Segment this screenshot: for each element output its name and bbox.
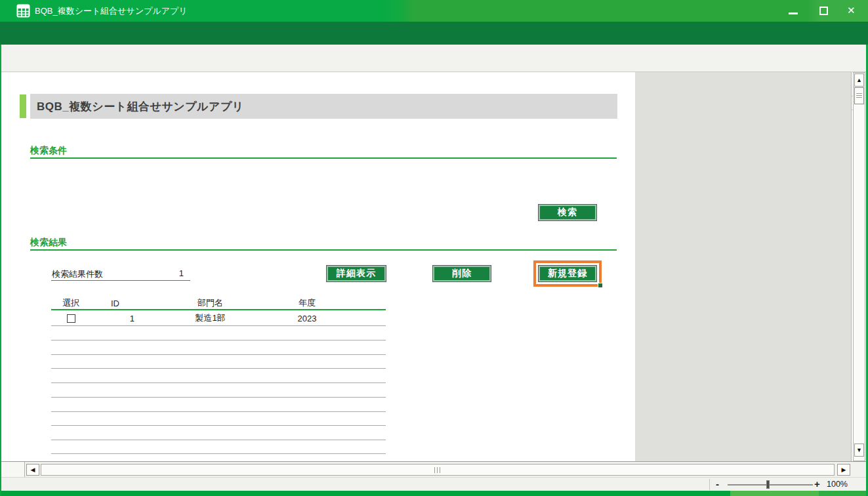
table-row: 1 製造1部 2023 bbox=[51, 312, 386, 325]
zoom-slider-track[interactable] bbox=[728, 484, 813, 486]
horizontal-scrollbar-thumb[interactable] bbox=[41, 464, 835, 476]
vertical-scrollbar-thumb[interactable] bbox=[854, 87, 864, 104]
scroll-up-icon[interactable]: ▲ bbox=[854, 73, 864, 87]
zoom-level: 100% bbox=[827, 480, 848, 489]
table-header-underline bbox=[51, 309, 386, 310]
toolbar: x bbox=[0, 22, 868, 45]
app-window: BQB_複数シート組合せサンプルアプリ ✕ x ▼ ✕ bbox=[0, 0, 868, 496]
window-title: BQB_複数シート組合せサンプルアプリ bbox=[35, 5, 188, 17]
column-header-department: 部門名 bbox=[140, 297, 281, 310]
delete-button[interactable]: 削除 bbox=[432, 265, 491, 282]
window-border-left bbox=[0, 45, 1, 496]
detail-view-button[interactable]: 詳細表示 bbox=[326, 265, 386, 282]
sheet-tab-panel bbox=[1, 462, 25, 477]
scroll-down-icon[interactable]: ▼ bbox=[854, 444, 864, 457]
zoom-in-button[interactable]: + bbox=[814, 478, 820, 489]
table-row-underline bbox=[51, 325, 386, 326]
result-count-underline bbox=[51, 280, 190, 281]
status-divider bbox=[709, 479, 710, 490]
zoom-out-button[interactable]: - bbox=[716, 478, 719, 489]
scroll-right-icon[interactable]: ▶ bbox=[837, 464, 850, 476]
thumb-grip bbox=[434, 467, 442, 473]
result-count-value: 1 bbox=[125, 268, 188, 278]
section-title-search-results: 検索結果 bbox=[30, 237, 67, 249]
empty-row-line bbox=[51, 425, 386, 426]
window-bottom-strip-mid bbox=[819, 491, 868, 496]
maximize-icon[interactable] bbox=[819, 7, 828, 15]
empty-row-line bbox=[51, 382, 386, 383]
scroll-left-icon[interactable]: ◀ bbox=[26, 464, 39, 476]
section-divider bbox=[30, 157, 617, 159]
spreadsheet-app-icon bbox=[16, 4, 30, 18]
section-divider bbox=[30, 249, 617, 251]
column-header-select: 選択 bbox=[51, 297, 91, 310]
window-bottom-strip-light bbox=[730, 491, 819, 496]
vertical-scrollbar[interactable]: ▲ ▼ bbox=[853, 72, 865, 461]
titlebar: BQB_複数シート組合せサンプルアプリ ✕ bbox=[0, 0, 868, 22]
cell-selection-frame: 新規登録 bbox=[533, 260, 602, 287]
empty-row-line bbox=[51, 397, 386, 398]
row-select-checkbox[interactable] bbox=[67, 314, 75, 323]
thumb-grip bbox=[856, 93, 862, 98]
minimize-icon[interactable] bbox=[789, 12, 798, 14]
column-header-blank bbox=[333, 297, 386, 310]
formula-bar: ▼ ✕ ✓ fx bbox=[0, 45, 868, 72]
cell-department: 製造1部 bbox=[140, 312, 281, 325]
fill-handle[interactable] bbox=[598, 283, 603, 288]
column-header-year: 年度 bbox=[281, 297, 333, 310]
section-title-search-conditions: 検索条件 bbox=[30, 145, 67, 157]
cell-id: 1 bbox=[91, 312, 140, 325]
search-button[interactable]: 検索 bbox=[538, 204, 597, 221]
empty-row-line bbox=[51, 440, 386, 440]
empty-row-line bbox=[51, 453, 386, 454]
outside-sheet-area bbox=[635, 72, 852, 461]
close-icon[interactable]: ✕ bbox=[847, 5, 856, 16]
column-header-id: ID bbox=[91, 297, 140, 310]
result-count-label: 検索結果件数 bbox=[52, 268, 103, 280]
page-title: BQB_複数シート組合せサンプルアプリ bbox=[30, 94, 617, 119]
horizontal-scrollbar[interactable]: ◀ ▶ bbox=[1, 461, 866, 477]
empty-row-line bbox=[51, 340, 386, 341]
window-bottom-strip bbox=[0, 491, 730, 496]
new-registration-button[interactable]: 新規登録 bbox=[538, 265, 597, 282]
empty-row-line bbox=[51, 354, 386, 355]
status-bar: - + 100% bbox=[1, 477, 866, 491]
page-title-accent-bar bbox=[20, 94, 26, 118]
table-header-row: 選択 ID 部門名 年度 bbox=[51, 297, 386, 310]
empty-row-line bbox=[51, 411, 386, 412]
cell-year: 2023 bbox=[281, 312, 333, 325]
zoom-slider-thumb[interactable] bbox=[766, 480, 770, 489]
empty-row-line bbox=[51, 368, 386, 369]
